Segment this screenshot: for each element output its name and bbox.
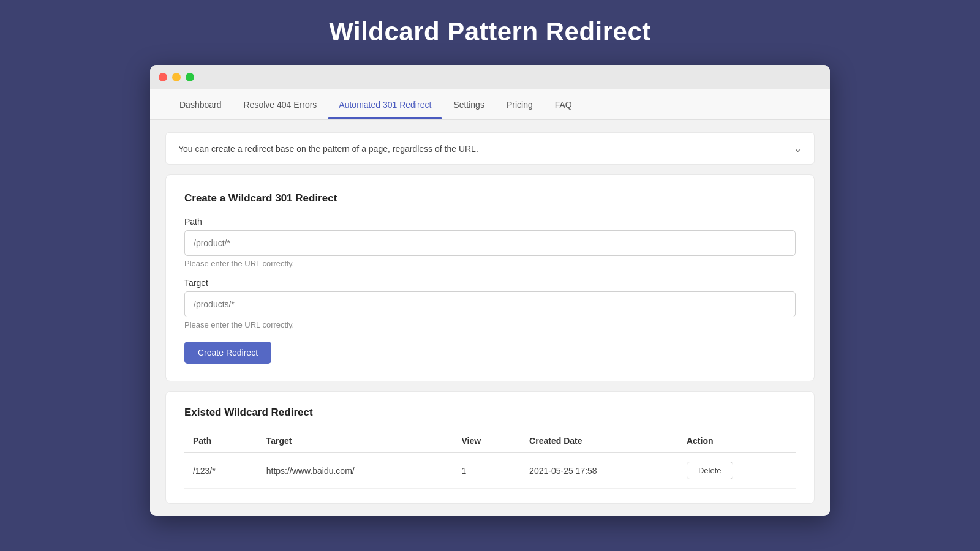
col-path: Path [184, 430, 258, 452]
path-form-group: Path Please enter the URL correctly. [184, 217, 796, 268]
target-input[interactable] [184, 291, 796, 317]
app-window: Dashboard Resolve 404 Errors Automated 3… [150, 65, 830, 516]
table-header-row: Path Target View Created Date Action [184, 430, 796, 452]
path-hint: Please enter the URL correctly. [184, 259, 796, 268]
existing-table-title: Existed Wildcard Redirect [184, 407, 796, 419]
content-area: You can create a redirect base on the pa… [150, 120, 830, 516]
target-label: Target [184, 278, 796, 288]
delete-button[interactable]: Delete [687, 462, 733, 479]
minimize-dot[interactable] [172, 73, 181, 81]
table-row: /123/* https://www.baidu.com/ 1 2021-05-… [184, 452, 796, 489]
create-redirect-button[interactable]: Create Redirect [184, 342, 271, 364]
target-form-group: Target Please enter the URL correctly. [184, 278, 796, 329]
tab-resolve-404[interactable]: Resolve 404 Errors [233, 91, 328, 118]
tab-faq[interactable]: FAQ [544, 91, 583, 118]
close-dot[interactable] [159, 73, 167, 81]
page-title: Wildcard Pattern Redirect [329, 17, 651, 47]
maximize-dot[interactable] [186, 73, 194, 81]
chevron-down-icon[interactable]: ⌄ [794, 143, 802, 154]
target-hint: Please enter the URL correctly. [184, 320, 796, 329]
col-action: Action [678, 430, 796, 452]
cell-created-date: 2021-05-25 17:58 [521, 452, 678, 489]
path-label: Path [184, 217, 796, 227]
info-banner-text: You can create a redirect base on the pa… [178, 144, 478, 154]
titlebar [150, 65, 830, 89]
create-form-title: Create a Wildcard 301 Redirect [184, 192, 796, 204]
tab-settings[interactable]: Settings [442, 91, 496, 118]
existing-table-card: Existed Wildcard Redirect Path Target Vi… [165, 391, 815, 504]
cell-action: Delete [678, 452, 796, 489]
existing-table: Path Target View Created Date Action /12… [184, 430, 796, 489]
col-created-date: Created Date [521, 430, 678, 452]
tab-pricing[interactable]: Pricing [496, 91, 544, 118]
col-target: Target [258, 430, 453, 452]
path-input[interactable] [184, 230, 796, 256]
cell-target: https://www.baidu.com/ [258, 452, 453, 489]
cell-view: 1 [453, 452, 521, 489]
info-banner: You can create a redirect base on the pa… [165, 132, 815, 165]
cell-path: /123/* [184, 452, 258, 489]
create-form-card: Create a Wildcard 301 Redirect Path Plea… [165, 174, 815, 381]
nav-tabs: Dashboard Resolve 404 Errors Automated 3… [150, 89, 830, 120]
tab-automated-301[interactable]: Automated 301 Redirect [328, 91, 442, 118]
col-view: View [453, 430, 521, 452]
tab-dashboard[interactable]: Dashboard [168, 91, 233, 118]
